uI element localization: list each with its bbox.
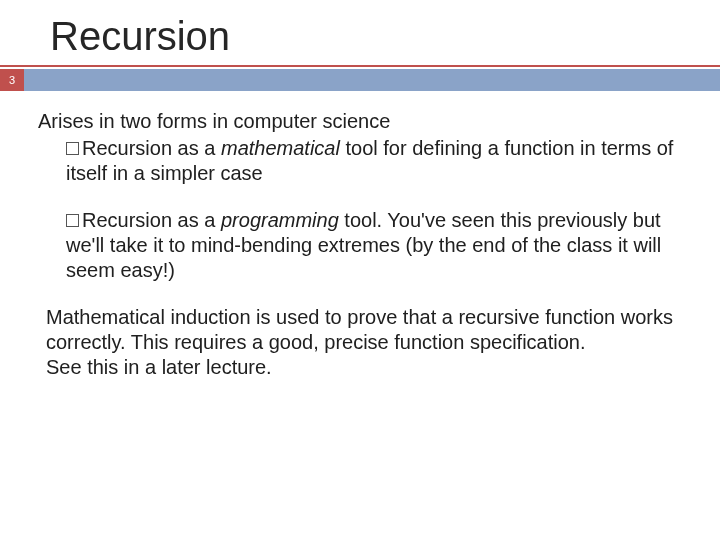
content-area: Arises in two forms in computer science …	[0, 91, 720, 380]
list-item: Recursion as a programming tool. You've …	[66, 208, 674, 283]
checkbox-icon	[66, 142, 79, 155]
intro-line: Arises in two forms in computer science	[38, 109, 674, 134]
closing-line-2: See this in a later lecture.	[46, 355, 674, 380]
slide-title: Recursion	[0, 0, 720, 65]
slide: Recursion 3 Arises in two forms in compu…	[0, 0, 720, 540]
bullet-text-prefix: Recursion as a	[82, 209, 221, 231]
checkbox-icon	[66, 214, 79, 227]
closing-line-1: Mathematical induction is used to prove …	[46, 305, 674, 355]
closing-paragraph: Mathematical induction is used to prove …	[46, 305, 674, 380]
bullet-text-emphasis: programming	[221, 209, 339, 231]
header-band-fill	[24, 69, 720, 91]
title-underline	[0, 65, 720, 67]
bullet-text-prefix: Recursion as a	[82, 137, 221, 159]
page-number: 3	[0, 69, 24, 91]
bullet-text-emphasis: mathematical	[221, 137, 340, 159]
list-item: Recursion as a mathematical tool for def…	[66, 136, 674, 186]
bullet-list: Recursion as a mathematical tool for def…	[66, 136, 674, 283]
header-band: 3	[0, 69, 720, 91]
